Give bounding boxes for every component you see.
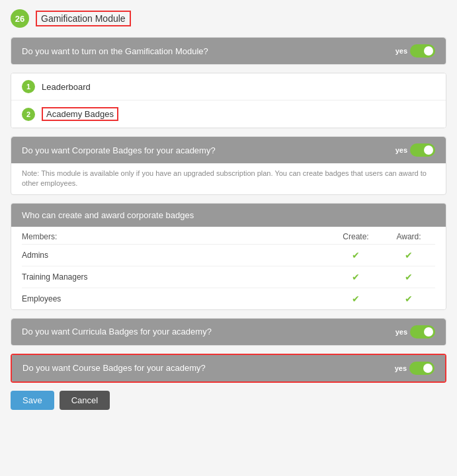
nav-item-leaderboard[interactable]: 1 Leaderboard — [11, 73, 446, 100]
gamification-toggle-knob — [424, 46, 433, 56]
table-row-training-managers: Training Managers ✔ ✔ — [22, 266, 435, 288]
training-managers-create-check: ✔ — [329, 272, 382, 282]
curricula-badges-toggle-control[interactable] — [410, 325, 435, 338]
step-badge: 26 — [11, 9, 29, 28]
course-badges-toggle-control[interactable] — [409, 362, 435, 375]
course-badges-toggle-switch[interactable]: yes — [395, 362, 435, 375]
nav-number-2: 2 — [22, 108, 35, 121]
curricula-badges-toggle-label: yes — [395, 328, 407, 336]
employees-award-check: ✔ — [382, 294, 435, 304]
employees-award-checkmark: ✔ — [405, 294, 413, 304]
gamification-toggle-bar: Do you want to turn on the Gamification … — [11, 38, 446, 64]
admins-award-checkmark: ✔ — [405, 250, 413, 260]
gamification-toggle-label: yes — [395, 47, 407, 55]
curricula-badges-toggle-switch[interactable]: yes — [395, 325, 435, 338]
table-row-admins: Admins ✔ ✔ — [22, 245, 435, 266]
gamification-toggle-card: Do you want to turn on the Gamification … — [11, 37, 446, 65]
row-admins-label: Admins — [22, 251, 329, 260]
cancel-button[interactable]: Cancel — [60, 391, 110, 410]
save-button[interactable]: Save — [11, 391, 54, 410]
training-managers-create-checkmark: ✔ — [352, 272, 360, 282]
who-can-create-body: Members: Create: Award: Admins ✔ ✔ Train… — [11, 227, 446, 309]
table-row-employees: Employees ✔ ✔ — [22, 288, 435, 309]
curricula-badges-toggle-knob — [424, 327, 433, 337]
corporate-badges-toggle-knob — [424, 145, 433, 155]
who-can-create-header: Who can create and award corporate badge… — [11, 204, 446, 227]
who-can-create-section: Who can create and award corporate badge… — [11, 203, 446, 310]
employees-create-checkmark: ✔ — [352, 294, 360, 304]
nav-number-1: 1 — [22, 80, 35, 93]
curricula-badges-toggle-bar: Do you want Curricula Badges for your ac… — [11, 319, 446, 345]
gamification-toggle-question: Do you want to turn on the Gamification … — [22, 46, 208, 56]
gamification-toggle-switch[interactable]: yes — [395, 44, 435, 58]
course-badges-toggle-label: yes — [395, 364, 407, 372]
corporate-badges-toggle-label: yes — [395, 146, 407, 154]
training-managers-award-check: ✔ — [382, 272, 435, 282]
course-badges-toggle-bar: Do you want Course Badges for your acade… — [12, 355, 445, 381]
col-award-label: Award: — [382, 232, 435, 241]
col-members-label: Members: — [22, 232, 329, 241]
nav-list: 1 Leaderboard 2 Academy Badges — [11, 73, 446, 128]
nav-item-academy-badges[interactable]: 2 Academy Badges — [11, 100, 446, 128]
corporate-badges-card: Do you want Corporate Badges for your ac… — [11, 136, 446, 195]
corporate-badges-question: Do you want Corporate Badges for your ac… — [22, 145, 216, 155]
corporate-badges-toggle-control[interactable] — [410, 143, 435, 157]
employees-create-check: ✔ — [329, 294, 382, 304]
nav-label-leaderboard: Leaderboard — [42, 82, 91, 92]
course-badges-toggle-knob — [423, 364, 433, 373]
gamification-toggle-control[interactable] — [410, 44, 435, 58]
nav-card: 1 Leaderboard 2 Academy Badges — [11, 73, 446, 128]
curricula-badges-question: Do you want Curricula Badges for your ac… — [22, 327, 212, 337]
module-title: Gamification Module — [36, 11, 131, 26]
course-badges-question: Do you want Course Badges for your acade… — [22, 363, 206, 373]
col-create-label: Create: — [329, 232, 382, 241]
course-badges-card: Do you want Course Badges for your acade… — [11, 354, 446, 383]
nav-label-academy-badges: Academy Badges — [42, 107, 118, 121]
corporate-badges-toggle-bar: Do you want Corporate Badges for your ac… — [11, 137, 446, 163]
row-training-managers-label: Training Managers — [22, 272, 329, 282]
admins-create-checkmark: ✔ — [352, 250, 360, 260]
action-bar: Save Cancel — [11, 391, 446, 410]
row-employees-label: Employees — [22, 294, 329, 303]
corporate-badges-note: Note: This module is available only if y… — [11, 163, 446, 194]
curricula-badges-card: Do you want Curricula Badges for your ac… — [11, 318, 446, 346]
table-col-headers: Members: Create: Award: — [22, 227, 435, 245]
admins-create-check: ✔ — [329, 250, 382, 260]
corporate-badges-toggle-switch[interactable]: yes — [395, 143, 435, 157]
admins-award-check: ✔ — [382, 250, 435, 260]
training-managers-award-checkmark: ✔ — [405, 272, 413, 282]
page-header: 26 Gamification Module — [11, 9, 446, 28]
